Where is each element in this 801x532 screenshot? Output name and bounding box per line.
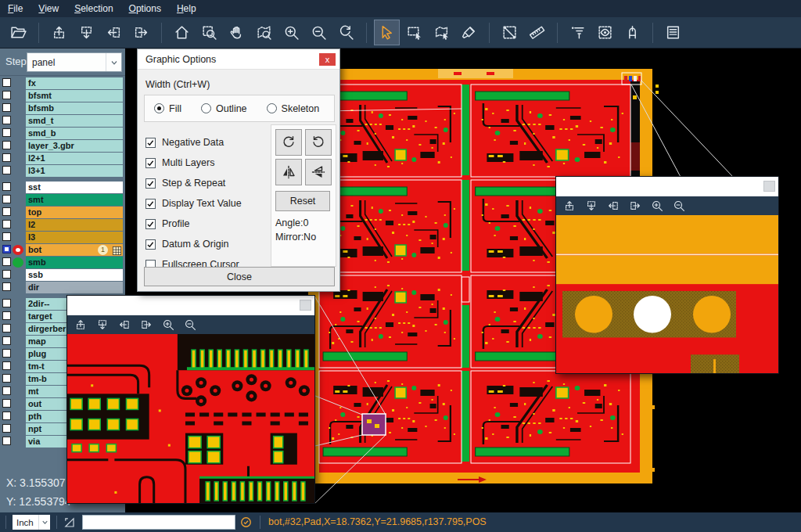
shift-down-icon[interactable] (583, 198, 600, 214)
layer-checkbox[interactable] (2, 336, 11, 345)
home-icon[interactable] (170, 20, 194, 45)
checkbox-icon[interactable] (145, 219, 156, 229)
ruler-icon[interactable] (525, 20, 549, 45)
filter-icon[interactable] (566, 20, 590, 45)
corner-angle-icon[interactable] (63, 516, 76, 529)
select-rectangle-icon[interactable] (402, 20, 426, 45)
radio-outline[interactable]: Outline (201, 103, 247, 114)
reset-button[interactable]: Reset (275, 191, 330, 211)
checkbox-step-repeat[interactable]: Step & Repeat (145, 173, 242, 193)
radio-icon[interactable] (154, 103, 164, 113)
checkbox-multi-layers[interactable]: Multi Layers (145, 153, 242, 173)
layer-checkbox[interactable] (2, 437, 11, 445)
zoom-in-icon[interactable] (279, 20, 304, 45)
zoom-view-bottom-left[interactable] (67, 334, 314, 503)
zoom-out-icon[interactable] (181, 317, 199, 332)
layer-checkbox[interactable] (2, 182, 11, 191)
report-icon[interactable] (661, 20, 685, 45)
select-polygon-icon[interactable] (429, 20, 454, 45)
layer-checkbox[interactable] (2, 349, 11, 358)
layer-checkbox[interactable] (2, 311, 11, 320)
layer-checkbox[interactable] (2, 116, 11, 124)
radio-icon[interactable] (267, 103, 277, 113)
layer-checkbox[interactable] (2, 78, 11, 87)
layer-name[interactable]: l3+1 (26, 165, 123, 177)
layer-name[interactable]: l2 (26, 219, 123, 231)
view-eye-icon[interactable] (593, 20, 617, 45)
layer-checkbox[interactable] (2, 270, 11, 279)
layer-checkbox[interactable] (2, 232, 11, 241)
zoom-previous-icon[interactable] (334, 20, 358, 45)
layer-checkbox[interactable] (2, 245, 11, 253)
unit-select[interactable]: Inch (13, 515, 50, 530)
brush-icon[interactable] (457, 20, 481, 45)
shift-down-icon[interactable] (74, 20, 99, 45)
layer-checkbox[interactable] (2, 207, 11, 216)
flip-horizontal-icon[interactable] (275, 159, 302, 185)
checkbox-icon[interactable] (145, 199, 156, 209)
close-icon[interactable]: x (319, 53, 336, 66)
shift-up-icon[interactable] (47, 20, 71, 45)
layer-name[interactable]: smt (26, 194, 123, 206)
layer-name[interactable]: layer_3.gbr (26, 140, 123, 152)
radio-icon[interactable] (201, 103, 211, 113)
checkbox-datum-origin[interactable]: Datum & Origin (145, 234, 242, 254)
grid-icon[interactable] (112, 245, 122, 255)
layer-checkbox[interactable] (2, 282, 11, 291)
radio-fill[interactable]: Fill (154, 103, 181, 114)
menu-help[interactable]: Help (177, 3, 196, 14)
window-title-bar[interactable] (67, 296, 314, 315)
layer-name[interactable]: top (26, 207, 123, 218)
layer-checkbox[interactable] (2, 399, 11, 408)
dialog-title-bar[interactable]: Graphic Options x (138, 49, 339, 70)
layer-checkbox[interactable] (2, 257, 11, 266)
window-options-button[interactable] (763, 181, 775, 192)
layer-checkbox[interactable] (2, 195, 11, 203)
shift-left-icon[interactable] (605, 198, 622, 214)
pan-hand-icon[interactable] (224, 20, 249, 45)
checkbox-profile[interactable]: Profile (145, 214, 242, 234)
menu-file[interactable]: File (8, 3, 23, 14)
layer-name[interactable]: bot (26, 244, 123, 256)
layer-checkbox[interactable] (2, 374, 11, 383)
command-input[interactable] (82, 515, 235, 530)
layer-name[interactable]: smd_b (26, 128, 123, 139)
layer-name[interactable]: smb (26, 257, 123, 268)
shift-left-icon[interactable] (116, 317, 133, 332)
layer-checkbox[interactable] (2, 324, 11, 332)
layer-checkbox[interactable] (2, 386, 11, 395)
zoom-out-icon[interactable] (307, 20, 331, 45)
close-button[interactable]: Close (144, 267, 335, 286)
step-select[interactable]: panel (27, 52, 122, 72)
radio-skeleton[interactable]: Skeleton (267, 103, 320, 114)
layer-name[interactable]: bfsmt (26, 90, 123, 102)
zoom-out-icon[interactable] (670, 198, 688, 214)
window-title-bar[interactable] (556, 177, 778, 196)
layer-name[interactable]: sst (26, 182, 123, 193)
chevron-down-icon[interactable] (106, 53, 121, 71)
select-cursor-icon[interactable] (375, 20, 399, 45)
checkbox-icon[interactable] (145, 178, 156, 189)
rotate-cw-icon[interactable] (275, 129, 302, 156)
folder-open-icon[interactable] (6, 20, 31, 45)
shift-down-icon[interactable] (94, 317, 111, 332)
layer-checkbox[interactable] (2, 103, 11, 112)
shift-right-icon[interactable] (138, 317, 155, 332)
layer-name[interactable]: bfsmb (26, 102, 123, 114)
checkbox-negative-data[interactable]: Negative Data (145, 132, 242, 153)
menu-view[interactable]: View (38, 3, 59, 14)
rotate-ccw-icon[interactable] (305, 129, 332, 156)
shift-right-icon[interactable] (627, 198, 644, 214)
layer-name[interactable]: ssb (26, 269, 123, 281)
zoom-view-right[interactable] (556, 215, 778, 373)
sync-check-icon[interactable] (239, 516, 253, 529)
layer-name[interactable]: dir (26, 282, 123, 293)
chevron-down-icon[interactable] (38, 515, 50, 530)
measure-line-icon[interactable] (497, 20, 522, 45)
layer-checkbox[interactable] (2, 412, 11, 420)
shift-up-icon[interactable] (561, 198, 578, 214)
layer-checkbox[interactable] (2, 424, 11, 433)
layer-checkbox[interactable] (2, 153, 11, 162)
layer-checkbox[interactable] (2, 166, 11, 174)
layer-checkbox[interactable] (2, 91, 11, 99)
